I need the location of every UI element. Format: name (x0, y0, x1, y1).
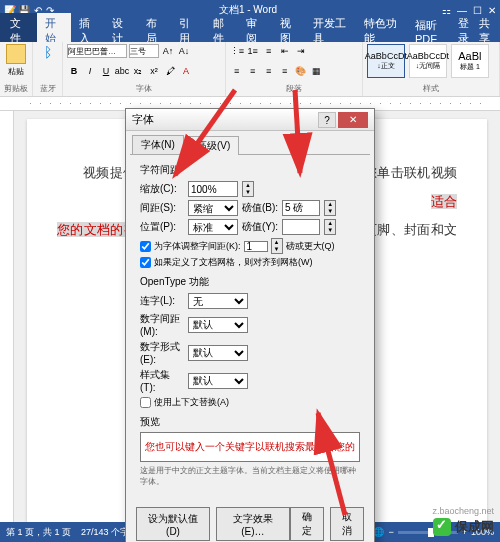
spacing-pt-spinner[interactable]: ▲▼ (324, 200, 336, 216)
kerning-unit-label: 磅或更大(Q) (286, 240, 335, 253)
group-label-clipboard: 剪贴板 (4, 83, 28, 94)
spacing-select[interactable]: 紧缩 (188, 200, 238, 216)
minimize-icon[interactable]: — (457, 5, 467, 16)
numspacing-label: 数字间距(M): (140, 312, 184, 337)
position-pt-input[interactable] (282, 219, 320, 235)
dialog-help-button[interactable]: ? (318, 112, 336, 128)
bluetooth-icon[interactable]: ᛒ (37, 44, 58, 60)
scale-label: 缩放(C): (140, 182, 184, 196)
menu-bar: 文件 开始 插入 设计 布局 引用 邮件 审阅 视图 开发工具 特色功能 福昕P… (0, 20, 500, 42)
bullets-button[interactable]: ⋮≡ (230, 44, 244, 58)
numform-select[interactable]: 默认 (188, 345, 248, 361)
vertical-ruler[interactable] (0, 111, 14, 522)
align-center-button[interactable]: ≡ (246, 64, 260, 78)
highlight-button[interactable]: 🖍 (163, 64, 177, 78)
paste-button[interactable]: 粘贴 (4, 44, 28, 77)
context-checkbox[interactable] (140, 397, 151, 408)
dialog-close-button[interactable]: ✕ (338, 112, 368, 128)
font-dialog: 字体 ? ✕ 字体(N) 高级(V) 字符间距 缩放(C): ▲▼ 间距(S):… (125, 108, 375, 542)
bold-button[interactable]: B (67, 64, 81, 78)
ligature-label: 连字(L): (140, 294, 184, 308)
ribbon: 粘贴 剪贴板 ᛒ 蓝牙 A↑ A↓ B I U abc x₂ x² 🖍 (0, 42, 500, 97)
group-label-paragraph: 段落 (230, 83, 358, 94)
style-nospacing[interactable]: AaBbCcDt↓无间隔 (409, 44, 447, 78)
styleset-select[interactable]: 默认 (188, 373, 248, 389)
ligature-select[interactable]: 无 (188, 293, 248, 309)
align-right-button[interactable]: ≡ (262, 64, 276, 78)
kerning-label: 为字体调整字间距(K): (154, 240, 241, 253)
position-pt-label: 磅值(Y): (242, 220, 278, 234)
borders-button[interactable]: ▦ (310, 64, 324, 78)
scale-input[interactable] (188, 181, 238, 197)
word-count[interactable]: 27/143 个字 (81, 526, 129, 539)
spacing-pt-input[interactable] (282, 200, 320, 216)
view-web-icon[interactable]: 🌐 (373, 527, 384, 537)
preview-box: 您也可以键入一个关键字以联机搜索最适合您的 (140, 432, 360, 462)
section-spacing-title: 字符间距 (140, 163, 360, 177)
justify-button[interactable]: ≡ (278, 64, 292, 78)
spacing-label: 间距(S): (140, 201, 184, 215)
numspacing-select[interactable]: 默认 (188, 317, 248, 333)
multilevel-button[interactable]: ≡ (262, 44, 276, 58)
default-button[interactable]: 设为默认值(D) (136, 507, 210, 541)
position-select[interactable]: 标准 (188, 219, 238, 235)
font-family-select[interactable] (67, 44, 127, 58)
watermark-url: z.baocheng.net (432, 506, 494, 516)
section-opentype-title: OpenType 功能 (140, 275, 360, 289)
maximize-icon[interactable]: ☐ (473, 5, 482, 16)
dialog-tab-font[interactable]: 字体(N) (132, 135, 184, 154)
strike-button[interactable]: abc (115, 64, 129, 78)
style-heading1[interactable]: AaBl标题 1 (451, 44, 489, 78)
text-effects-button[interactable]: 文字效果(E)… (216, 507, 290, 541)
ok-button[interactable]: 确定 (290, 507, 324, 541)
close-icon[interactable]: ✕ (488, 5, 496, 16)
styleset-label: 样式集(T): (140, 368, 184, 393)
grid-label: 如果定义了文档网格，则对齐到网格(W) (154, 256, 313, 269)
spacing-pt-label: 磅值(B): (242, 201, 278, 215)
watermark-check-icon (433, 518, 451, 536)
decrease-font-icon[interactable]: A↓ (177, 44, 191, 58)
indent-inc-button[interactable]: ⇥ (294, 44, 308, 58)
zoom-out-button[interactable]: − (388, 527, 393, 537)
kerning-spinner[interactable]: ▲▼ (271, 238, 283, 254)
position-label: 位置(P): (140, 220, 184, 234)
superscript-button[interactable]: x² (147, 64, 161, 78)
italic-button[interactable]: I (83, 64, 97, 78)
kerning-input[interactable] (244, 241, 268, 252)
numbering-button[interactable]: 1≡ (246, 44, 260, 58)
indent-dec-button[interactable]: ⇤ (278, 44, 292, 58)
group-label-font: 字体 (67, 83, 221, 94)
increase-font-icon[interactable]: A↑ (161, 44, 175, 58)
style-normal[interactable]: AaBbCcDt↓正文 (367, 44, 405, 78)
cancel-button[interactable]: 取消 (330, 507, 364, 541)
scale-spinner[interactable]: ▲▼ (242, 181, 254, 197)
grid-checkbox[interactable] (140, 257, 151, 268)
page-indicator[interactable]: 第 1 页，共 1 页 (6, 526, 71, 539)
preview-caption: 这是用于中文的正文主题字体。当前文档主题定义将使用哪种字体。 (140, 465, 360, 487)
kerning-checkbox[interactable] (140, 241, 151, 252)
numform-label: 数字形式(E): (140, 340, 184, 365)
preview-label: 预览 (140, 415, 360, 429)
context-label: 使用上下文替换(A) (154, 396, 229, 409)
dialog-titlebar[interactable]: 字体 ? ✕ (126, 109, 374, 131)
subscript-button[interactable]: x₂ (131, 64, 145, 78)
group-label-bt: 蓝牙 (37, 83, 58, 94)
shading-button[interactable]: 🎨 (294, 64, 308, 78)
watermark: 保成网 (433, 518, 494, 536)
group-label-styles: 样式 (367, 83, 495, 94)
font-size-select[interactable] (129, 44, 159, 58)
dialog-title-text: 字体 (132, 112, 318, 127)
font-color-button[interactable]: A (179, 64, 193, 78)
align-left-button[interactable]: ≡ (230, 64, 244, 78)
position-pt-spinner[interactable]: ▲▼ (324, 219, 336, 235)
clipboard-icon (6, 44, 26, 64)
dialog-tab-advanced[interactable]: 高级(V) (188, 136, 239, 155)
underline-button[interactable]: U (99, 64, 113, 78)
